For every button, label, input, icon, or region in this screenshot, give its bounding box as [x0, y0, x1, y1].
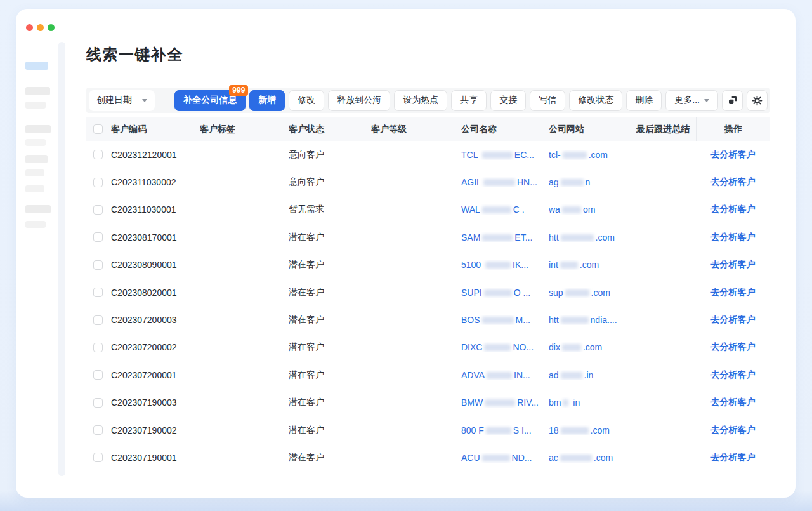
company-name-link[interactable]: WALC .	[461, 204, 549, 215]
date-filter-select[interactable]: 创建日期	[89, 90, 155, 111]
text-fragment: ACU	[461, 453, 480, 463]
text-fragment: ac	[549, 453, 558, 463]
row-checkbox[interactable]	[93, 150, 103, 159]
analyze-customer-link[interactable]: 去分析客户	[711, 397, 756, 408]
company-website-link[interactable]: tcl-.com	[549, 150, 636, 160]
write-email-button[interactable]: 写信	[530, 90, 565, 111]
company-name-link[interactable]: BOSM...	[461, 315, 549, 325]
analyze-customer-link[interactable]: 去分析客户	[711, 425, 756, 436]
company-name-link[interactable]: SUPIO ...	[461, 288, 549, 298]
company-website-link[interactable]: httndia....	[549, 315, 636, 325]
customer-status: 潜在客户	[289, 287, 371, 298]
add-button[interactable]: 新增	[249, 90, 285, 111]
column-header-actions: 操作	[696, 117, 770, 141]
company-website-link[interactable]: bm in	[549, 397, 636, 408]
edit-button[interactable]: 修改	[289, 90, 324, 111]
analyze-customer-link[interactable]: 去分析客户	[711, 342, 756, 353]
row-checkbox[interactable]	[93, 398, 103, 408]
change-status-button[interactable]: 修改状态	[569, 90, 622, 111]
zoom-window-icon[interactable]	[48, 24, 55, 31]
company-name-link[interactable]: DIXCNO...	[461, 342, 549, 352]
row-checkbox[interactable]	[93, 178, 103, 187]
row-checkbox[interactable]	[93, 288, 103, 297]
company-website-link[interactable]: htt.com	[549, 232, 636, 242]
company-name-link[interactable]: SAMET...	[461, 232, 549, 242]
redacted-blur	[484, 344, 511, 351]
handover-button[interactable]: 交接	[490, 90, 526, 111]
company-name-link[interactable]: BMWRIV...	[461, 397, 549, 408]
sidebar-item-active[interactable]	[25, 62, 48, 70]
company-website-link[interactable]: int.com	[549, 260, 636, 270]
analyze-customer-link[interactable]: 去分析客户	[711, 287, 756, 298]
button-label: 共享	[460, 95, 478, 106]
row-checkbox-cell	[86, 178, 111, 187]
share-button[interactable]: 共享	[451, 90, 487, 111]
sidebar-skeleton-bar	[25, 185, 44, 192]
button-label: 写信	[539, 95, 556, 106]
redacted-blur	[560, 455, 592, 461]
analyze-customer-link[interactable]: 去分析客户	[711, 204, 756, 215]
select-all-checkbox[interactable]	[93, 124, 103, 134]
customer-code: C202307200002	[111, 342, 200, 352]
company-website-link[interactable]: 18.com	[549, 425, 636, 435]
company-name-link[interactable]: 800 FS I...	[461, 425, 549, 435]
company-website-link[interactable]: ac.com	[549, 453, 636, 463]
customer-code: C202307190003	[111, 397, 200, 408]
analyze-customer-link[interactable]: 去分析客户	[711, 232, 756, 243]
customer-code: C202311030001	[111, 204, 200, 215]
app-window: 线索一键补全 创建日期 补全公司信息999新增修改释放到公海设为热点共享交接写信…	[16, 9, 796, 498]
table-row: C202307200001 潜在客户 ADVAIN... ad.in 去分析客户	[86, 361, 770, 388]
analyze-customer-link[interactable]: 去分析客户	[711, 149, 756, 161]
customer-code: C202307200003	[111, 315, 200, 325]
header-checkbox-cell	[86, 124, 111, 134]
toolbar: 创建日期 补全公司信息999新增修改释放到公海设为热点共享交接写信修改状态删除更…	[86, 88, 770, 113]
company-name-link[interactable]: AGILHN...	[461, 177, 549, 187]
set-hotspot-button[interactable]: 设为热点	[394, 90, 447, 111]
text-fragment: wa	[549, 204, 560, 215]
text-fragment: ET...	[514, 232, 532, 242]
company-name-link[interactable]: 5100 IK...	[461, 260, 549, 270]
company-website-link[interactable]: agn	[549, 177, 636, 187]
button-label: 设为热点	[403, 95, 438, 106]
row-checkbox[interactable]	[93, 370, 103, 380]
release-to-public-pool-button[interactable]: 释放到公海	[328, 90, 390, 111]
row-checkbox[interactable]	[93, 315, 103, 325]
row-checkbox-cell	[86, 343, 111, 352]
analyze-customer-link[interactable]: 去分析客户	[711, 369, 756, 381]
company-name-link[interactable]: TCL EC...	[461, 150, 549, 160]
analyze-customer-link[interactable]: 去分析客户	[711, 259, 756, 270]
text-fragment: htt	[549, 232, 559, 242]
button-label: 新增	[258, 95, 276, 106]
row-checkbox[interactable]	[93, 232, 103, 242]
row-checkbox[interactable]	[93, 425, 103, 435]
text-fragment: WAL	[461, 204, 480, 215]
settings-button[interactable]	[747, 90, 768, 111]
company-website-link[interactable]: waom	[549, 204, 636, 215]
analyze-customer-link[interactable]: 去分析客户	[711, 314, 756, 326]
table-row: C202308090001 潜在客户 5100 IK... int.com 去分…	[86, 251, 770, 279]
row-checkbox[interactable]	[93, 205, 103, 215]
company-website-link[interactable]: ad.in	[549, 370, 636, 380]
sync-button[interactable]	[722, 90, 743, 111]
text-fragment: dix	[549, 342, 560, 352]
text-fragment: S I...	[513, 425, 532, 435]
row-checkbox[interactable]	[93, 453, 103, 462]
more-button[interactable]: 更多...	[665, 90, 718, 111]
redacted-blur	[482, 152, 513, 159]
text-fragment: DIXC	[461, 342, 482, 352]
button-label: 补全公司信息	[183, 95, 237, 106]
row-checkbox[interactable]	[93, 260, 103, 270]
text-fragment: O ...	[514, 288, 530, 298]
company-website-link[interactable]: sup.com	[549, 288, 636, 298]
text-fragment: in	[570, 397, 580, 408]
analyze-customer-link[interactable]: 去分析客户	[711, 176, 756, 188]
company-name-link[interactable]: ADVAIN...	[461, 370, 549, 380]
row-checkbox[interactable]	[93, 343, 103, 352]
complete-company-info-button[interactable]: 补全公司信息999	[174, 90, 246, 111]
company-name-link[interactable]: ACUND...	[461, 453, 549, 463]
delete-button[interactable]: 删除	[626, 90, 662, 111]
company-website-link[interactable]: dix.com	[549, 342, 636, 352]
minimize-window-icon[interactable]	[37, 24, 44, 31]
analyze-customer-link[interactable]: 去分析客户	[711, 452, 756, 463]
close-window-icon[interactable]	[26, 24, 33, 31]
